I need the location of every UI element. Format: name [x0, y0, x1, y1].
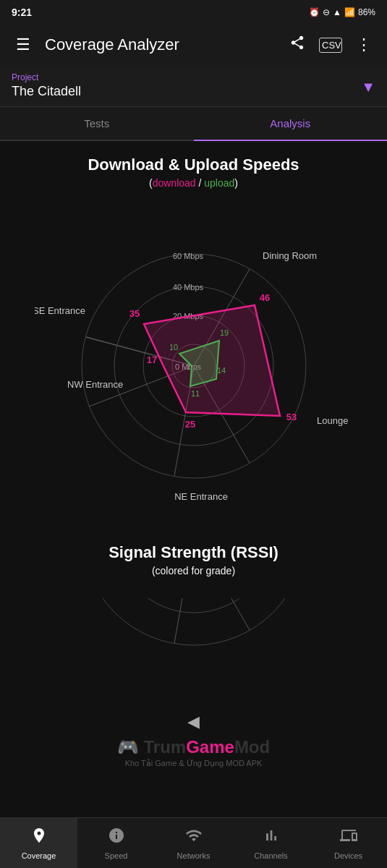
more-icon[interactable]: ⋮: [352, 35, 375, 54]
lounge-label: Lounge: [317, 415, 348, 426]
dining-room-label: Dining Room: [263, 250, 317, 261]
radar-chart-svg: 0 Mbps 20 Mbps 40 Mbps 60 Mbps: [35, 210, 353, 514]
app-title: Coverage Analyzer: [45, 35, 276, 54]
status-time: 9:21: [12, 7, 32, 18]
devices-label: Devices: [334, 851, 362, 860]
speed-label: Speed: [105, 851, 128, 860]
svg-text:60 Mbps: 60 Mbps: [172, 252, 203, 260]
nav-channels[interactable]: Channels: [232, 818, 310, 868]
signal-title: Signal Strength (RSSI): [0, 543, 387, 562]
upload-label: upload: [204, 177, 234, 189]
dl-se-value: 35: [129, 308, 139, 319]
speed-icon: [108, 827, 125, 848]
wifi-icon: ▲: [333, 7, 341, 17]
ul-nw-value: 1: [185, 362, 190, 371]
dl-dining-value: 46: [259, 292, 269, 303]
networks-icon: [185, 827, 203, 848]
nav-networks[interactable]: Networks: [155, 818, 232, 868]
nav-devices[interactable]: Devices: [310, 818, 387, 868]
ul-lounge-value: 14: [216, 366, 225, 375]
back-button[interactable]: ◀: [0, 712, 387, 731]
signal-chart-svg: 0 dBm rance Dinino r: [35, 598, 353, 692]
signal-chart-container: 0 dBm rance Dinino r: [0, 598, 387, 692]
coverage-icon: [30, 827, 48, 848]
svg-text:40 Mbps: 40 Mbps: [172, 283, 203, 292]
watermark-sub: Kho Tải Game & Ứng Dụng MOD APK: [0, 759, 387, 768]
project-selector[interactable]: Project The Citadell ▼: [0, 67, 387, 107]
nw-entrance-label: NW Entrance: [67, 379, 123, 390]
speed-section: Download & Upload Speeds (download / upl…: [0, 141, 387, 203]
ne-entrance-label: NE Entrance: [174, 491, 228, 502]
dl-nw-value: 17: [146, 354, 156, 365]
speed-subtitle: (download / upload): [0, 177, 387, 189]
ul-dining-value: 19: [219, 328, 228, 337]
share-icon[interactable]: [286, 35, 309, 55]
signal-section: Signal Strength (RSSI) (colored for grad…: [0, 529, 387, 591]
nav-speed[interactable]: Speed: [77, 818, 155, 868]
tab-tests[interactable]: Tests: [0, 107, 194, 140]
project-value: The Citadell: [12, 84, 375, 99]
channels-label: Channels: [254, 851, 287, 860]
status-bar: 9:21 ⏰ ⊖ ▲ 📶 86%: [0, 0, 387, 23]
signal-icon: 📶: [344, 7, 355, 17]
ul-ne-value: 11: [190, 389, 199, 398]
tab-analysis[interactable]: Analysis: [194, 107, 388, 140]
alarm-icon: ⏰: [309, 7, 320, 17]
channels-icon: [263, 827, 280, 848]
dropdown-arrow-icon: ▼: [361, 78, 375, 95]
devices-icon: [340, 827, 357, 848]
nav-coverage[interactable]: Coverage: [0, 818, 77, 868]
dl-ne-value: 25: [184, 419, 195, 430]
coverage-label: Coverage: [22, 851, 56, 860]
signal-subtitle: (colored for grade): [0, 565, 387, 576]
bottom-navigation: Coverage Speed Networks Channels Devices: [0, 817, 387, 868]
radar-chart-container: 0 Mbps 20 Mbps 40 Mbps 60 Mbps: [0, 210, 387, 514]
app-bar: ☰ Coverage Analyzer CSV ⋮: [0, 23, 387, 67]
tabs-bar: Tests Analysis: [0, 107, 387, 141]
status-icons: ⏰ ⊖ ▲ 📶 86%: [309, 7, 375, 17]
watermark-logo: 🎮 TrumGameMod: [0, 737, 387, 757]
ul-se-value: 10: [169, 343, 177, 352]
battery-level: 86%: [358, 7, 375, 17]
speed-title: Download & Upload Speeds: [0, 156, 387, 174]
se-entrance-label: SE Entrance: [35, 305, 85, 316]
dl-lounge-value: 53: [286, 412, 296, 422]
watermark-area: ◀ 🎮 TrumGameMod Kho Tải Game & Ứng Dụng …: [0, 707, 387, 826]
menu-icon[interactable]: ☰: [12, 35, 35, 54]
networks-label: Networks: [177, 851, 210, 860]
project-label: Project: [12, 72, 375, 82]
minus-circle-icon: ⊖: [323, 7, 330, 17]
download-label: download: [153, 177, 196, 189]
csv-icon[interactable]: CSV: [319, 38, 342, 53]
main-content: Download & Upload Speeds (download / upl…: [0, 141, 387, 826]
